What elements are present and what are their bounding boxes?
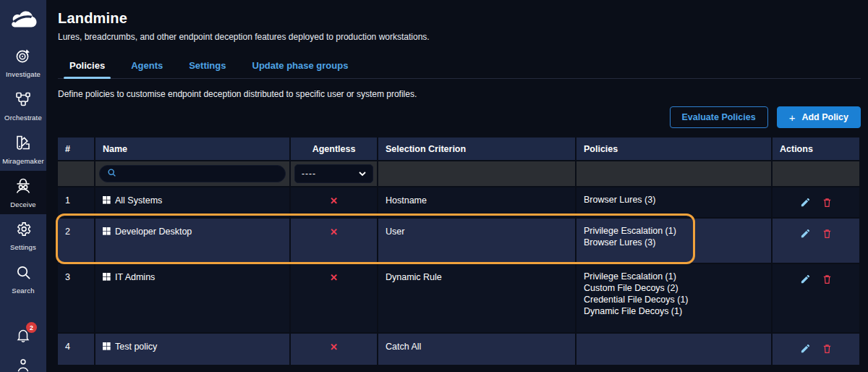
windows-logo-icon	[103, 342, 111, 352]
edit-pencil-icon[interactable]	[800, 274, 811, 284]
investigate-target-icon	[14, 47, 32, 67]
delete-trash-icon[interactable]	[822, 197, 833, 208]
notifications-button[interactable]: 2	[15, 327, 31, 346]
sidebar-item-label: Investigate	[6, 70, 41, 78]
selection-criterion-cell: Catch All	[378, 334, 576, 366]
policy-name: IT Admins	[115, 272, 155, 282]
bell-icon	[15, 333, 31, 345]
delete-trash-icon[interactable]	[822, 343, 833, 354]
policy-line: Privilege Escalation (1)	[584, 227, 764, 236]
page-title: Landmine	[58, 10, 861, 27]
table-row: 1 All Systems ✕ Hostname	[58, 187, 861, 219]
sidebar-item-label: Miragemaker	[2, 157, 44, 165]
filter-row: ----	[58, 161, 861, 187]
chevron-down-icon	[359, 169, 366, 179]
table-row: 3 IT Admins ✕ Dynamic Rule	[58, 264, 861, 334]
windows-logo-icon	[103, 273, 111, 283]
selection-criterion-cell: User	[378, 219, 576, 264]
row-num: 2	[58, 219, 95, 264]
sidebar-item-label: Settings	[10, 243, 36, 251]
app-window: Investigate Orchestrate	[0, 0, 868, 372]
sidebar: Investigate Orchestrate	[0, 0, 46, 372]
deceive-spy-icon	[14, 177, 33, 198]
agentless-cell: ✕	[291, 187, 378, 219]
tab-bar: Policies Agents Settings Update phase gr…	[58, 60, 861, 79]
policy-line: Credential File Decoys (1)	[584, 295, 764, 305]
selection-criterion-cell: Hostname	[378, 187, 576, 219]
actions-cell	[773, 187, 861, 219]
zscaler-cloud-icon	[8, 9, 38, 32]
agentless-cell: ✕	[291, 334, 378, 366]
sidebar-item-settings[interactable]: Settings	[0, 214, 46, 258]
col-header-num: #	[58, 138, 95, 161]
x-mark-icon: ✕	[330, 227, 338, 237]
sidebar-item-orchestrate[interactable]: Orchestrate	[0, 84, 46, 127]
sidebar-item-label: Orchestrate	[4, 114, 42, 122]
tab-settings[interactable]: Settings	[187, 60, 227, 78]
account-button[interactable]	[16, 356, 30, 372]
person-icon	[16, 365, 30, 372]
sidebar-item-miragemaker[interactable]: Miragemaker	[0, 127, 46, 171]
row-name-cell: Developer Desktop	[95, 219, 291, 264]
agentless-filter-dropdown[interactable]: ----	[294, 164, 373, 183]
policies-cell: Privilege Escalation (1) Browser Lures (…	[576, 219, 773, 264]
add-policy-button[interactable]: + Add Policy	[777, 106, 861, 128]
sidebar-item-investigate[interactable]: Investigate	[0, 41, 46, 84]
edit-pencil-icon[interactable]	[800, 228, 811, 239]
name-search-input[interactable]	[121, 169, 278, 179]
policy-name: Developer Desktop	[115, 227, 192, 237]
section-description: Define policies to customise endpoint de…	[58, 89, 861, 99]
table-row: 4 Test policy ✕ Catch All	[58, 334, 861, 366]
row-num: 4	[58, 334, 95, 366]
miragemaker-palette-icon	[14, 134, 32, 154]
policies-cell	[576, 334, 773, 366]
policy-name: Test policy	[115, 342, 157, 352]
evaluate-policies-button[interactable]: Evaluate Policies	[670, 106, 768, 128]
policy-line: Dynamic File Decoys (1)	[584, 307, 764, 316]
policies-table-wrap: # Name Agentless Selection Criterion Pol…	[58, 138, 861, 366]
tab-agents[interactable]: Agents	[129, 60, 164, 78]
policies-table: # Name Agentless Selection Criterion Pol…	[58, 138, 861, 366]
main-content: Landmine Lures, breadcrumbs, and other e…	[46, 0, 868, 372]
zscaler-logo[interactable]	[0, 0, 46, 41]
col-header-actions: Actions	[773, 138, 861, 161]
col-header-policies: Policies	[576, 138, 773, 161]
policy-line: Browser Lures (3)	[584, 195, 764, 205]
x-mark-icon: ✕	[330, 195, 338, 206]
add-policy-label: Add Policy	[801, 112, 848, 122]
table-row-highlighted: 2 Developer Desktop ✕ User	[58, 219, 861, 264]
sidebar-bottom: 2	[15, 327, 31, 372]
sidebar-item-label: Search	[12, 287, 34, 295]
filter-cell-agentless: ----	[291, 161, 378, 187]
sidebar-item-label: Deceive	[10, 200, 36, 208]
windows-logo-icon	[103, 227, 111, 237]
windows-logo-icon	[103, 196, 111, 206]
delete-trash-icon[interactable]	[822, 228, 833, 239]
x-mark-icon: ✕	[330, 342, 338, 352]
policy-line: Custom File Decoys (2)	[584, 284, 764, 293]
sidebar-item-search[interactable]: Search	[0, 258, 46, 301]
notification-badge: 2	[26, 322, 37, 333]
sidebar-item-deceive[interactable]: Deceive	[0, 171, 46, 214]
policy-line: Privilege Escalation (1)	[584, 272, 764, 282]
settings-gear-icon	[15, 221, 32, 240]
row-name-cell: Test policy	[95, 334, 291, 366]
edit-pencil-icon[interactable]	[800, 343, 811, 354]
plus-icon: +	[789, 112, 796, 123]
filter-cell-empty	[773, 161, 861, 187]
row-name-cell: All Systems	[95, 187, 291, 219]
agentless-cell: ✕	[291, 264, 378, 334]
x-mark-icon: ✕	[330, 272, 338, 283]
agentless-filter-value: ----	[302, 169, 316, 179]
delete-trash-icon[interactable]	[822, 274, 833, 284]
filter-cell-empty	[378, 161, 576, 187]
agentless-cell: ✕	[291, 219, 378, 264]
policy-name: All Systems	[115, 195, 162, 206]
tab-policies[interactable]: Policies	[68, 60, 106, 78]
actions-cell	[773, 264, 861, 334]
tab-update-phase-groups[interactable]: Update phase groups	[251, 60, 350, 78]
toolbar: Evaluate Policies + Add Policy	[58, 106, 861, 128]
selection-criterion-cell: Dynamic Rule	[378, 264, 576, 334]
orchestrate-nodes-icon	[14, 90, 32, 111]
edit-pencil-icon[interactable]	[800, 197, 811, 208]
